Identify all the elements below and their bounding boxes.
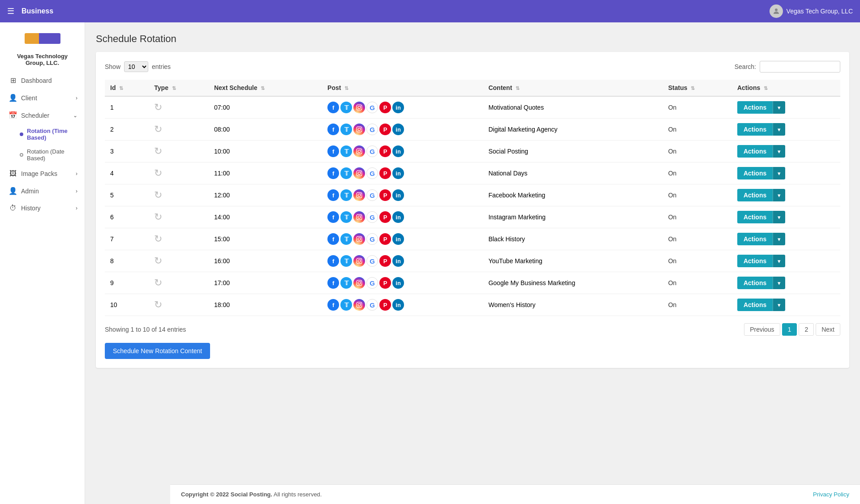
- twitter-icon: 𝕋: [340, 189, 352, 201]
- privacy-policy-link[interactable]: Privacy Policy: [813, 491, 849, 498]
- actions-dropdown-arrow[interactable]: ▾: [773, 189, 785, 201]
- cell-type: ↻: [149, 250, 209, 272]
- sidebar-company: Vegas Technology Group, LLC.: [0, 51, 85, 72]
- actions-dropdown-arrow[interactable]: ▾: [773, 145, 785, 158]
- svg-point-17: [358, 216, 361, 218]
- cell-actions: Actions ▾: [732, 96, 840, 119]
- social-icons: f 𝕋 G P in: [327, 189, 477, 201]
- google-icon: G: [366, 167, 378, 179]
- main-area: Schedule Rotation Show 10 25 50 100 entr…: [85, 22, 860, 504]
- col-content[interactable]: Content ⇅: [483, 80, 662, 96]
- cell-type: ↻: [149, 294, 209, 316]
- instagram-icon: [353, 189, 365, 201]
- showing-text: Showing 1 to 10 of 14 entries: [105, 326, 186, 333]
- entries-select[interactable]: 10 25 50 100: [124, 61, 148, 72]
- sidebar-item-dashboard[interactable]: ⊞ Dashboard: [0, 72, 85, 89]
- pinterest-icon: P: [379, 211, 391, 223]
- svg-rect-16: [357, 214, 362, 220]
- linkedin-icon: in: [392, 211, 404, 223]
- actions-button[interactable]: Actions: [737, 189, 773, 201]
- refresh-icon: ↻: [154, 102, 162, 113]
- pinterest-icon: P: [379, 189, 391, 201]
- cell-type: ↻: [149, 272, 209, 294]
- table-row: 4 ↻ 11:00 f 𝕋 G P in National Days On Ac…: [105, 162, 840, 184]
- actions-button[interactable]: Actions: [737, 299, 773, 311]
- sidebar-item-history[interactable]: ⏱ History ›: [0, 200, 85, 217]
- pagination-next[interactable]: Next: [816, 323, 840, 336]
- cell-next-schedule: 11:00: [209, 162, 322, 184]
- actions-dropdown-arrow[interactable]: ▾: [773, 277, 785, 289]
- sidebar-item-rotation-date[interactable]: Rotation (Date Based): [0, 145, 85, 165]
- linkedin-icon: in: [392, 277, 404, 289]
- linkedin-icon: in: [392, 233, 404, 245]
- main-content: Schedule Rotation Show 10 25 50 100 entr…: [85, 22, 860, 484]
- actions-dropdown-arrow[interactable]: ▾: [773, 299, 785, 311]
- col-id[interactable]: Id ⇅: [105, 80, 149, 96]
- svg-point-26: [358, 282, 361, 284]
- table-row: 7 ↻ 15:00 f 𝕋 G P in Black History On Ac…: [105, 228, 840, 250]
- history-icon: ⏱: [9, 204, 17, 212]
- actions-button[interactable]: Actions: [737, 277, 773, 289]
- pagination-previous[interactable]: Previous: [744, 323, 780, 336]
- entries-label: entries: [152, 63, 171, 70]
- pinterest-icon: P: [379, 255, 391, 267]
- sidebar-item-image-packs[interactable]: 🖼 Image Packs ›: [0, 165, 85, 182]
- sidebar-item-rotation-time[interactable]: Rotation (Time Based): [0, 124, 85, 145]
- layout: Vegas Technology Group, LLC. ⊞ Dashboard…: [0, 22, 860, 504]
- actions-btn-group: Actions ▾: [737, 299, 835, 311]
- cell-status: On: [663, 250, 732, 272]
- actions-button[interactable]: Actions: [737, 255, 773, 267]
- actions-dropdown-arrow[interactable]: ▾: [773, 167, 785, 179]
- cell-next-schedule: 15:00: [209, 228, 322, 250]
- schedule-new-rotation-button[interactable]: Schedule New Rotation Content: [105, 343, 210, 359]
- actions-button[interactable]: Actions: [737, 211, 773, 223]
- cell-id: 2: [105, 119, 149, 141]
- actions-btn-group: Actions ▾: [737, 145, 835, 158]
- cell-status: On: [663, 228, 732, 250]
- schedule-btn-wrapper: Schedule New Rotation Content: [105, 336, 840, 359]
- instagram-icon: [353, 167, 365, 179]
- cell-content: Social Posting: [483, 141, 662, 162]
- social-icons: f 𝕋 G P in: [327, 124, 477, 135]
- actions-button[interactable]: Actions: [737, 123, 773, 136]
- pagination-page-1[interactable]: 1: [782, 323, 797, 336]
- col-status[interactable]: Status ⇅: [663, 80, 732, 96]
- col-actions[interactable]: Actions ⇅: [732, 80, 840, 96]
- sidebar-item-scheduler[interactable]: 📅 Scheduler ⌄: [0, 107, 85, 124]
- actions-button[interactable]: Actions: [737, 101, 773, 114]
- sort-icon: ⇅: [261, 85, 265, 91]
- actions-button[interactable]: Actions: [737, 167, 773, 179]
- linkedin-icon: in: [392, 102, 404, 113]
- twitter-icon: 𝕋: [340, 299, 352, 311]
- linkedin-icon: in: [392, 145, 404, 157]
- rights-text: All rights reserved.: [274, 491, 322, 498]
- actions-dropdown-arrow[interactable]: ▾: [773, 101, 785, 114]
- google-icon: G: [366, 255, 378, 267]
- actions-button[interactable]: Actions: [737, 233, 773, 245]
- col-next-schedule[interactable]: Next Schedule ⇅: [209, 80, 322, 96]
- cell-next-schedule: 16:00: [209, 250, 322, 272]
- chevron-down-icon: ⌄: [73, 112, 77, 119]
- twitter-icon: 𝕋: [340, 167, 352, 179]
- svg-rect-1: [357, 105, 362, 110]
- svg-rect-4: [357, 127, 362, 132]
- search-input[interactable]: [760, 61, 840, 73]
- cell-post: f 𝕋 G P in: [322, 206, 483, 228]
- actions-dropdown-arrow[interactable]: ▾: [773, 255, 785, 267]
- cell-status: On: [663, 141, 732, 162]
- sidebar-item-client[interactable]: 👤 Client ›: [0, 89, 85, 107]
- hamburger-menu[interactable]: ☰: [7, 6, 14, 16]
- col-type[interactable]: Type ⇅: [149, 80, 209, 96]
- actions-dropdown-arrow[interactable]: ▾: [773, 123, 785, 136]
- content-card: Show 10 25 50 100 entries Search:: [96, 52, 849, 368]
- actions-button[interactable]: Actions: [737, 145, 773, 158]
- actions-btn-group: Actions ▾: [737, 233, 835, 245]
- pagination-page-2[interactable]: 2: [799, 323, 814, 336]
- sidebar-item-admin[interactable]: 👤 Admin ›: [0, 182, 85, 200]
- actions-btn-group: Actions ▾: [737, 211, 835, 223]
- actions-dropdown-arrow[interactable]: ▾: [773, 233, 785, 245]
- col-post[interactable]: Post ⇅: [322, 80, 483, 96]
- actions-dropdown-arrow[interactable]: ▾: [773, 211, 785, 223]
- social-icons: f 𝕋 G P in: [327, 277, 477, 289]
- svg-rect-25: [357, 280, 362, 286]
